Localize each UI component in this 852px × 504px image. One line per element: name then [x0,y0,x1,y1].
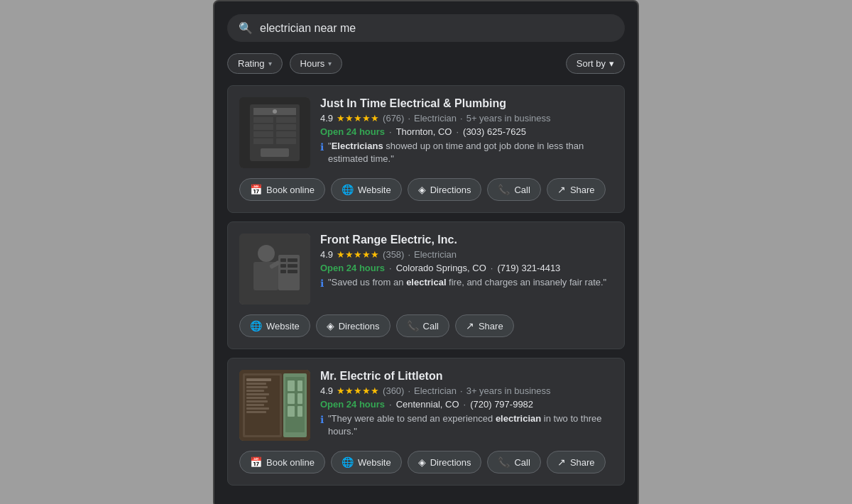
sort-button[interactable]: Sort by ▾ [566,53,625,74]
svg-rect-35 [246,407,269,410]
website-label: Website [358,457,391,468]
listing-type-2: Electrician [414,249,457,260]
book-online-button[interactable]: 📅 Book online [239,178,325,201]
directions-button[interactable]: ◈ Directions [316,314,390,337]
listing-status-row-2: Open 24 hours · Colorado Springs, CO · (… [320,263,613,273]
listings-container: Just In Time Electrical & Plumbing 4.9 ★… [227,85,625,486]
call-button[interactable]: 📞 Call [487,178,540,201]
rating-filter[interactable]: Rating ▾ [227,53,283,74]
directions-icon: ◈ [418,184,426,195]
info-icon-2: ℹ [320,277,324,291]
svg-rect-19 [280,264,286,268]
listing-top-2: Front Range Electric, Inc. 4.9 ★★★★★ (35… [239,234,613,305]
rating-number-2: 4.9 [320,249,333,260]
listing-phone-3: (720) 797-9982 [470,399,533,410]
open-status-1: Open 24 hours [320,126,385,137]
listing-status-row-1: Open 24 hours · Thornton, CO · (303) 625… [320,126,613,137]
svg-rect-27 [246,378,271,381]
hours-chevron-icon: ▾ [328,60,332,67]
svg-rect-10 [276,138,296,144]
filter-bar: Rating ▾ Hours ▾ Sort by ▾ [227,53,625,74]
rating-number-3: 4.9 [320,385,333,396]
call-icon: 📞 [498,184,510,195]
action-buttons-3: 📅 Book online 🌐 Website ◈ Directions 📞 C… [239,451,613,473]
svg-rect-6 [276,124,296,130]
directions-button[interactable]: ◈ Directions [408,178,482,201]
listing-years-3: 3+ years in business [466,385,551,396]
book-online-label: Book online [266,185,315,195]
separator-1: · [408,113,410,124]
share-label: Share [570,457,595,468]
listing-item-3: Mr. Electric of Littleton 4.9 ★★★★★ (360… [227,358,625,486]
svg-rect-40 [297,380,302,391]
svg-rect-22 [288,270,297,273]
hours-filter[interactable]: Hours ▾ [290,53,343,74]
call-label: Call [514,185,530,195]
svg-rect-34 [246,404,264,406]
svg-rect-29 [246,386,268,388]
listing-location-2: Colorado Springs, CO [396,263,486,273]
listing-info-1: Just In Time Electrical & Plumbing 4.9 ★… [320,97,613,168]
listing-top-1: Just In Time Electrical & Plumbing 4.9 ★… [239,97,613,168]
svg-rect-32 [246,397,266,399]
website-icon: 🌐 [342,456,354,468]
svg-rect-44 [297,406,302,417]
directions-button[interactable]: ◈ Directions [408,451,482,473]
rating-chevron-icon: ▾ [268,60,272,67]
loc-sep-3: · [464,399,466,410]
listing-phone-1: (303) 625-7625 [463,126,526,137]
listing-image-2 [239,234,310,305]
svg-point-12 [273,109,277,114]
svg-rect-31 [246,393,269,395]
share-button[interactable]: ↗ Share [455,314,514,337]
open-status-3: Open 24 hours [320,399,385,410]
status-sep-1: · [389,126,392,137]
listing-top-3: Mr. Electric of Littleton 4.9 ★★★★★ (360… [239,370,613,441]
action-buttons-1: 📅 Book online 🌐 Website ◈ Directions 📞 C… [239,178,613,201]
status-sep-3: · [389,399,392,410]
listing-info-2: Front Range Electric, Inc. 4.9 ★★★★★ (35… [320,234,613,305]
svg-rect-8 [276,131,296,137]
svg-rect-42 [297,393,302,404]
search-query: electrician near me [260,22,613,35]
share-label: Share [479,321,503,332]
book-online-icon: 📅 [250,184,262,195]
info-icon-3: ℹ [320,413,324,427]
listing-type-1: Electrician [414,113,457,124]
share-button[interactable]: ↗ Share [547,178,606,201]
separator2-1: · [460,113,463,124]
book-online-button[interactable]: 📅 Book online [239,451,325,473]
svg-rect-11 [261,148,289,157]
svg-rect-18 [288,258,297,262]
sort-chevron-icon: ▾ [609,58,614,69]
website-button[interactable]: 🌐 Website [331,178,402,201]
share-button[interactable]: ↗ Share [547,451,606,473]
separator-2: · [408,249,410,260]
listing-rating-row-2: 4.9 ★★★★★ (358) · Electrician [320,249,613,260]
share-label: Share [570,185,595,195]
website-icon: 🌐 [342,184,354,195]
call-label: Call [423,321,439,332]
rating-filter-label: Rating [238,58,265,69]
website-button[interactable]: 🌐 Website [331,451,402,473]
info-icon-1: ℹ [320,141,324,155]
separator2-3: · [460,385,463,396]
svg-rect-7 [253,131,273,137]
website-button[interactable]: 🌐 Website [239,314,310,337]
svg-rect-43 [288,406,295,417]
call-button[interactable]: 📞 Call [487,451,540,473]
rating-number-1: 4.9 [320,113,333,124]
listing-review-2: ℹ "Saved us from an electrical fire, and… [320,276,613,291]
svg-rect-30 [246,390,264,392]
search-bar[interactable]: 🔍 electrician near me [227,14,625,42]
listing-years-1: 5+ years in business [466,113,551,124]
call-button[interactable]: 📞 Call [396,314,449,337]
listing-info-3: Mr. Electric of Littleton 4.9 ★★★★★ (360… [320,370,613,441]
svg-rect-28 [246,383,266,385]
sort-label: Sort by [577,58,606,69]
book-online-label: Book online [266,457,315,468]
website-icon: 🌐 [250,320,262,332]
call-icon: 📞 [498,456,510,468]
action-buttons-2: 🌐 Website ◈ Directions 📞 Call ↗ Share [239,314,613,337]
review-text-1: "Electricians showed up on time and got … [328,140,613,165]
